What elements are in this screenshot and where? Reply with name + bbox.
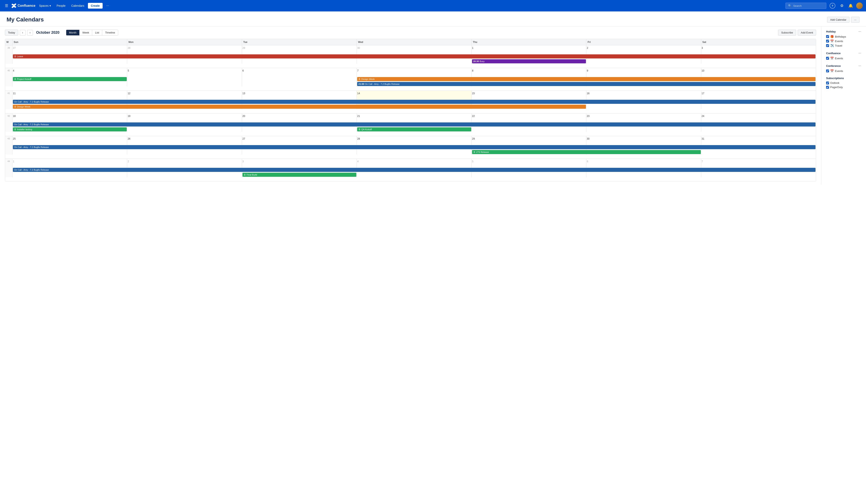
sidebar-section-confluence: Confluence ··· 📅 Events xyxy=(826,51,861,60)
page-title: My Calendars xyxy=(7,16,44,23)
event-qa-kickoff[interactable]: 🗓 QA Kickoff xyxy=(357,127,471,132)
create-button[interactable]: Create xyxy=(88,3,103,9)
week-num-39: 39 xyxy=(5,45,12,64)
add-calendar-button[interactable]: Add Calendar xyxy=(827,17,850,23)
add-event-button[interactable]: Add Event xyxy=(798,30,816,36)
sidebar-section-conference: Conference ··· 📅 Events xyxy=(826,64,861,72)
confluence-events-checkbox[interactable] xyxy=(826,57,829,60)
event-oncall-4[interactable]: On Call - Amy - 7.2 Bugfix Release xyxy=(13,145,815,149)
tab-month[interactable]: Month xyxy=(66,30,79,35)
sidebar-section-conference-title: Conference xyxy=(826,64,841,67)
week-num-43: 43 xyxy=(5,136,12,155)
sidebar-section-holiday: Holiday ··· 🎁 Birthdays 📅 Events ✈️ Trav… xyxy=(826,30,861,47)
conference-events-label: Events xyxy=(835,69,843,72)
sidebar-item-birthdays: 🎁 Birthdays xyxy=(826,35,861,38)
sidebar-conference-more[interactable]: ··· xyxy=(858,64,861,68)
birthday-icon: 🎁 xyxy=(830,35,834,38)
week-39: 39 27 28 29 30 1 2 3 🗓 Leave xyxy=(5,45,816,68)
prev-button[interactable]: ‹ xyxy=(20,30,25,36)
events-icon: 📅 xyxy=(830,40,834,43)
pagerduty-checkbox[interactable] xyxy=(826,86,829,89)
header-mon: Mon xyxy=(127,39,242,45)
tab-list[interactable]: List xyxy=(92,30,102,35)
sidebar-item-pagerduty: PagerDuty xyxy=(826,86,861,89)
birthdays-checkbox[interactable] xyxy=(826,35,829,38)
tab-week[interactable]: Week xyxy=(79,30,92,35)
main-content: Today ‹ › October 2020 Month Week List T… xyxy=(0,26,866,185)
spaces-menu[interactable]: Spaces ▾ xyxy=(37,2,53,9)
week-num-header: W xyxy=(5,39,12,45)
sidebar-item-events: 📅 Events xyxy=(826,40,861,43)
nav-more-button[interactable]: ··· xyxy=(104,3,111,9)
user-avatar[interactable] xyxy=(856,2,863,9)
calendars-nav[interactable]: Calendars xyxy=(69,2,86,9)
conference-events-checkbox[interactable] xyxy=(826,69,829,72)
day-5: 5 xyxy=(127,68,242,87)
day-6: 6 xyxy=(242,68,357,87)
hamburger-icon[interactable]: ☰ xyxy=(3,3,10,9)
week-40: 40 4 5 6 7 8 9 10 🗓 Project Kickoff 🗓 De… xyxy=(5,68,816,91)
page-header-actions: Add Calendar ··· xyxy=(827,17,859,23)
event-leave[interactable]: 🗓 Leave xyxy=(13,54,815,58)
calendar-toolbar: Today ‹ › October 2020 Month Week List T… xyxy=(5,30,816,36)
holiday-events-checkbox[interactable] xyxy=(826,40,829,43)
event-lts-release[interactable]: 🗓 LTS Release xyxy=(472,150,701,154)
sidebar-holiday-more[interactable]: ··· xyxy=(858,30,861,33)
header-sun: Sun xyxy=(12,39,127,45)
help-button[interactable]: ? xyxy=(828,3,837,9)
logo[interactable]: Confluence xyxy=(11,3,35,8)
event-busy[interactable]: 20:30 Busy xyxy=(472,59,586,63)
chevron-down-icon: ▾ xyxy=(49,4,51,7)
sidebar: Holiday ··· 🎁 Birthdays 📅 Events ✈️ Trav… xyxy=(821,26,866,185)
confluence-icon xyxy=(11,3,16,8)
sidebar-section-subscriptions: Subscriptions Outlook PagerDuty xyxy=(826,77,861,89)
calendar-grid: W Sun Mon Tue Wed Thu Fri Sat 39 27 28 2… xyxy=(5,39,816,181)
week-42: 42 18 19 20 21 22 23 24 On Call - Amy - … xyxy=(5,113,816,136)
search-box[interactable]: 🔍 Search xyxy=(786,3,826,9)
header-tue: Tue xyxy=(242,39,357,45)
outlook-checkbox[interactable] xyxy=(826,81,829,85)
tab-timeline[interactable]: Timeline xyxy=(102,30,118,35)
event-design-week-2[interactable]: 🗓 Design Week xyxy=(13,105,586,109)
calendar-header: W Sun Mon Tue Wed Thu Fri Sat xyxy=(5,39,816,45)
month-title: October 2020 xyxy=(36,31,59,35)
event-oncall-3[interactable]: On Call - Amy - 7.2 Bugfix Release xyxy=(13,122,815,126)
travel-icon: ✈️ xyxy=(830,44,834,47)
week-41: 41 11 12 13 14 15 16 17 On Call - Amy - … xyxy=(5,91,816,113)
sidebar-item-travel: ✈️ Travel xyxy=(826,44,861,47)
calendar-area: Today ‹ › October 2020 Month Week List T… xyxy=(0,26,821,185)
settings-button[interactable]: ⚙ xyxy=(839,3,845,8)
week-44: 44 1 2 3 4 5 6 7 On Call - Amy - 7.2 Bug… xyxy=(5,159,816,181)
header-thu: Thu xyxy=(471,39,586,45)
event-final-build[interactable]: 🗓 Final Build xyxy=(243,173,356,177)
event-design-week-1[interactable]: 🗓 Design Week xyxy=(357,77,815,81)
event-oncall-1[interactable]: 21:00 On Call - Amy - 7.2 Bugfix Release xyxy=(357,82,815,86)
confluence-events-label: Events xyxy=(835,57,843,60)
today-button[interactable]: Today xyxy=(5,30,18,36)
people-nav[interactable]: People xyxy=(55,2,68,9)
travel-checkbox[interactable] xyxy=(826,44,829,47)
week-43: 43 25 26 27 28 29 30 31 On Call - Amy - … xyxy=(5,136,816,159)
header-wed: Wed xyxy=(357,39,471,45)
subscribe-button[interactable]: Subscribe xyxy=(778,30,796,36)
travel-label: Travel xyxy=(835,44,842,47)
view-tabs: Month Week List Timeline xyxy=(66,30,118,36)
sidebar-section-confluence-title: Confluence xyxy=(826,52,841,55)
sidebar-confluence-more[interactable]: ··· xyxy=(858,51,861,55)
search-icon: 🔍 xyxy=(788,4,791,7)
sidebar-item-conference-events: 📅 Events xyxy=(826,69,861,72)
event-installer-testing[interactable]: 🗓 Installer testing xyxy=(13,127,127,132)
event-project-kickoff[interactable]: 🗓 Project Kickoff xyxy=(13,77,127,81)
next-button[interactable]: › xyxy=(27,30,33,36)
navigation: ☰ Confluence Spaces ▾ People Calendars C… xyxy=(0,0,866,11)
event-oncall-5[interactable]: On Call - Amy - 7.2 Bugfix Release xyxy=(13,168,815,172)
event-oncall-2[interactable]: On Call - Amy - 7.2 Bugfix Release xyxy=(13,100,815,104)
holiday-events-label: Events xyxy=(835,40,843,43)
week-num-42: 42 xyxy=(5,113,12,132)
page-more-button[interactable]: ··· xyxy=(851,17,859,23)
sidebar-section-holiday-title: Holiday xyxy=(826,30,836,33)
week-num-40: 40 xyxy=(5,68,12,87)
header-sat: Sat xyxy=(701,39,816,45)
confluence-events-icon: 📅 xyxy=(830,57,834,60)
notifications-button[interactable]: 🔔 xyxy=(847,3,855,8)
